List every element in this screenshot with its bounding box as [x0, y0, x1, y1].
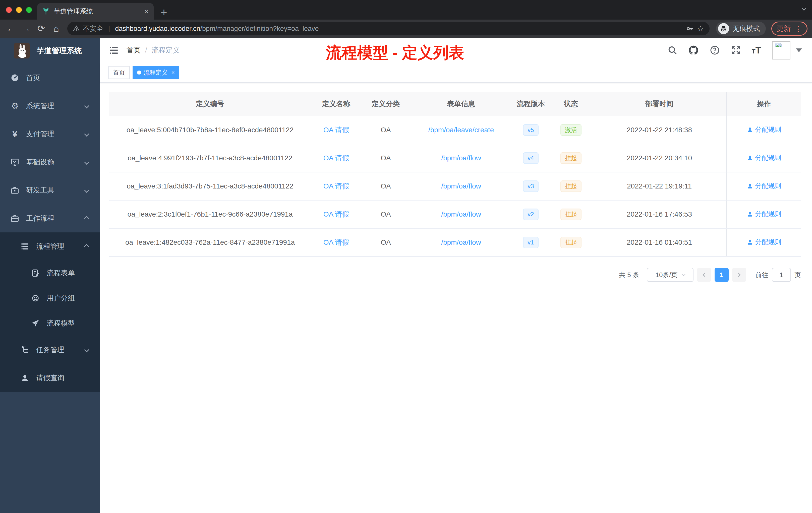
password-key-icon[interactable] — [686, 25, 694, 33]
breadcrumb: 首页 / 流程定义 — [126, 46, 180, 55]
assign-rule-link[interactable]: 分配规则 — [747, 125, 781, 134]
browser-menu-icon[interactable]: ⋮ — [795, 24, 802, 33]
window-minimize-button[interactable] — [16, 7, 22, 13]
form-info-link[interactable]: /bpm/oa/flow — [441, 154, 481, 162]
robot-face-icon — [31, 293, 40, 303]
page-content: 定义编号定义名称定义分类表单信息流程版本状态部署时间操作 oa_leave:5:… — [100, 83, 812, 513]
current-page-button[interactable]: 1 — [715, 268, 729, 282]
form-info-link[interactable]: /bpm/oa/flow — [441, 238, 481, 246]
definition-id: oa_leave:3:1fad3d93-7b75-11ec-a3c8-acde4… — [127, 182, 293, 190]
definition-name-link[interactable]: OA 请假 — [323, 126, 349, 134]
home-icon[interactable]: ⌂ — [50, 23, 63, 34]
paper-plane-icon — [31, 319, 40, 328]
assign-rule-link[interactable]: 分配规则 — [747, 238, 781, 246]
user-avatar-menu[interactable] — [772, 41, 802, 59]
version-badge: v4 — [523, 152, 538, 164]
assign-user-icon — [747, 126, 753, 133]
breadcrumb-home[interactable]: 首页 — [126, 46, 141, 55]
table-row: oa_leave:1:482ec033-762a-11ec-8477-a2380… — [109, 229, 801, 256]
status-badge: 挂起 — [560, 152, 581, 164]
page-size-select[interactable]: 10条/页 — [647, 268, 694, 282]
deploy-time: 2022-01-16 17:46:53 — [627, 210, 692, 218]
tag-close-icon[interactable]: × — [171, 69, 175, 76]
avatar-broken-image — [772, 41, 790, 59]
sidebar-item-system[interactable]: ⚙ 系统管理 — [0, 92, 100, 120]
form-info-link[interactable]: /bpm/oa/flow — [441, 182, 481, 190]
sidebar-item-payment[interactable]: ¥ 支付管理 — [0, 120, 100, 148]
yen-icon: ¥ — [10, 129, 20, 139]
tab-close-icon[interactable]: × — [144, 7, 149, 15]
definition-name-link[interactable]: OA 请假 — [323, 238, 349, 246]
sidebar-item-process-management[interactable]: 流程管理 — [0, 233, 100, 261]
briefcase-icon — [10, 214, 20, 223]
window-zoom-button[interactable] — [26, 7, 32, 13]
definition-name-link[interactable]: OA 请假 — [323, 182, 349, 190]
definition-name-link[interactable]: OA 请假 — [323, 154, 349, 162]
security-label[interactable]: 不安全 — [83, 24, 103, 33]
tags-view-bar: 首页 流程定义 × — [100, 63, 812, 83]
assign-rule-link[interactable]: 分配规则 — [747, 153, 781, 162]
sidebar-item-task-management[interactable]: 任务管理 — [0, 336, 100, 364]
deploy-time: 2022-01-22 19:19:11 — [627, 182, 692, 190]
column-header: 定义分类 — [361, 92, 410, 116]
tag-home[interactable]: 首页 — [109, 66, 129, 79]
sidebar-item-leave-query[interactable]: 请假查询 — [0, 364, 100, 392]
window-close-button[interactable] — [6, 7, 12, 13]
form-info-link[interactable]: /bpm/oa/flow — [441, 210, 481, 218]
sidebar-item-user-group[interactable]: 用户分组 — [0, 285, 100, 311]
url-text[interactable]: dashboard.yudao.iocoder.cn/bpm/manager/d… — [115, 25, 319, 33]
table-body: oa_leave:5:004b710b-7b8a-11ec-8ef0-acde4… — [109, 116, 801, 256]
chevron-down-icon — [84, 160, 89, 164]
definition-id: oa_leave:1:482ec033-762a-11ec-8477-a2380… — [125, 238, 295, 246]
definition-category: OA — [381, 154, 391, 162]
page-unit-label: 页 — [794, 271, 801, 279]
new-tab-button[interactable]: + — [161, 5, 167, 20]
definition-category: OA — [381, 126, 391, 134]
next-page-button[interactable] — [732, 268, 746, 282]
sidebar-item-infrastructure[interactable]: 基础设施 — [0, 148, 100, 176]
github-icon[interactable] — [688, 45, 699, 56]
incognito-icon — [718, 23, 729, 34]
sidebar-logo: 芋道管理系统 — [0, 38, 100, 64]
chevron-down-icon — [796, 49, 802, 52]
column-header: 定义名称 — [311, 92, 361, 116]
person-icon — [20, 373, 30, 383]
chevron-up-icon — [84, 216, 89, 221]
prev-page-button[interactable] — [697, 268, 711, 282]
table-row: oa_leave:4:991f2193-7b7f-11ec-a3c8-acde4… — [109, 144, 801, 172]
browser-tab[interactable]: 芋道管理系统 × — [37, 3, 154, 20]
assign-rule-link[interactable]: 分配规则 — [747, 181, 781, 190]
bookmark-star-icon[interactable]: ☆ — [697, 24, 704, 33]
deploy-time: 2022-01-16 01:40:51 — [627, 238, 692, 246]
tab-search-icon[interactable] — [803, 6, 806, 11]
sidebar-item-home[interactable]: 首页 — [0, 64, 100, 92]
back-icon[interactable]: ← — [4, 23, 18, 34]
font-size-icon[interactable]: TT — [752, 45, 761, 56]
insecure-warning-icon — [73, 25, 80, 32]
form-info-link[interactable]: /bpm/oa/leave/create — [428, 126, 494, 134]
logo-rabbit-image — [14, 43, 30, 58]
table-header-row: 定义编号定义名称定义分类表单信息流程版本状态部署时间操作 — [109, 92, 801, 116]
fullscreen-icon[interactable] — [731, 45, 741, 56]
sidebar-item-process-form[interactable]: 流程表单 — [0, 261, 100, 285]
column-header: 部署时间 — [592, 92, 727, 116]
sidebar-item-process-model[interactable]: 流程模型 — [0, 311, 100, 336]
reload-icon[interactable]: ⟳ — [35, 23, 48, 34]
assign-rule-link[interactable]: 分配规则 — [747, 210, 781, 218]
forward-icon[interactable]: → — [20, 23, 33, 34]
table-row: oa_leave:3:1fad3d93-7b75-11ec-a3c8-acde4… — [109, 172, 801, 200]
incognito-badge: 无痕模式 — [716, 22, 766, 36]
tag-process-definition[interactable]: 流程定义 × — [133, 66, 179, 79]
browser-update-button[interactable]: 更新 ⋮ — [771, 22, 808, 36]
goto-page-input[interactable] — [772, 268, 791, 282]
definition-name-link[interactable]: OA 请假 — [323, 210, 349, 218]
search-icon[interactable] — [667, 45, 677, 55]
sidebar-item-workflow[interactable]: 工作流程 — [0, 204, 100, 233]
assign-user-icon — [747, 211, 753, 217]
sidebar-item-devtools[interactable]: 研发工具 — [0, 176, 100, 204]
hamburger-icon[interactable] — [109, 45, 119, 56]
definition-id: oa_leave:5:004b710b-7b8a-11ec-8ef0-acde4… — [126, 126, 293, 134]
help-icon[interactable] — [709, 45, 720, 56]
version-badge: v5 — [523, 124, 538, 136]
address-bar[interactable]: 不安全 | dashboard.yudao.iocoder.cn/bpm/man… — [67, 22, 709, 35]
